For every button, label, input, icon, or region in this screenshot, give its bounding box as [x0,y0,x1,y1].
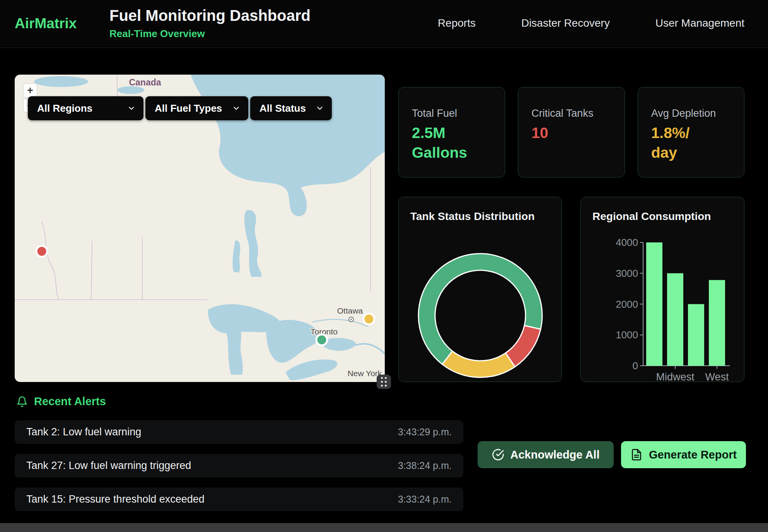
filter-dropdown-all-fuel-types[interactable]: All Fuel Types [145,96,248,120]
stat-cards-row: Total Fuel2.5MGallonsCritical Tanks10Avg… [398,87,744,177]
chevron-down-icon [232,104,241,113]
bottom-scrollbar[interactable] [0,523,768,532]
bar-midwest[interactable] [667,273,683,366]
y-axis-tick-label: 0 [633,360,638,372]
stat-card-value: 1.8%/day [651,123,731,162]
bell-icon [16,396,28,408]
alert-row[interactable]: Tank 27: Low fuel warning triggered3:38:… [15,454,463,477]
y-axis-tick-label: 1000 [616,329,638,341]
filter-dropdown-all-status[interactable]: All Status [250,96,332,120]
lake-erie [285,360,337,380]
map-label-country: Canada [129,77,161,87]
acknowledge-all-label: Acknowledge All [510,448,600,461]
tank-marker-normal[interactable] [316,334,327,345]
stat-card-label: Total Fuel [412,107,492,119]
map-canvas[interactable]: CanadaOttawaTorontoNew York + − All Regi… [15,75,385,382]
tank-status-title: Tank Status Distribution [410,210,535,223]
alert-timestamp: 3:38:24 p.m. [398,460,452,471]
resize-grip-handle[interactable] [377,375,391,389]
nav-item-user-management[interactable]: User Management [655,17,744,29]
brand-logo[interactable]: AirMatrix [15,15,77,32]
bar-region-3[interactable] [688,304,704,366]
filter-dropdown-all-regions[interactable]: All Regions [28,96,143,120]
tank-status-donut-chart [399,197,562,382]
northern-lake [117,86,144,94]
hudson-bay-water [191,75,385,217]
recent-alerts-title: Recent Alerts [34,395,106,408]
report-document-icon [630,448,643,461]
page-subtitle: Real-Time Overview [109,28,205,40]
filter-label: All Fuel Types [155,102,222,114]
acknowledge-all-button[interactable]: Acknowledge All [478,441,614,468]
y-axis-tick-label: 3000 [616,268,638,279]
alert-text: Tank 15: Pressure threshold exceeded [26,493,205,505]
chevron-down-icon [316,104,324,113]
lake-michigan [227,322,243,375]
x-axis-tick-label: Midwest [656,371,695,382]
filter-label: All Regions [37,102,92,114]
tank-marker-critical[interactable] [36,246,47,257]
map-panel: CanadaOttawaTorontoNew York + − All Regi… [15,75,385,382]
regional-consumption-panel: 01000200030004000MidwestWest Regional Co… [580,197,744,382]
y-axis-tick-label: 2000 [616,298,638,310]
map-zoom-in-button[interactable]: + [23,84,37,97]
stat-card-value: 2.5MGallons [412,123,492,162]
lake-winnipeg [244,210,261,277]
alert-timestamp: 3:43:29 p.m. [398,426,452,438]
bar-region-1[interactable] [646,242,662,366]
check-circle-icon [492,448,504,461]
alert-text: Tank 2: Low fuel warning [26,426,141,438]
lake-manitoba [232,240,240,273]
northern-lake [34,76,88,87]
x-axis-tick-label: West [705,371,729,382]
nav-item-disaster-recovery[interactable]: Disaster Recovery [521,17,610,29]
nav-item-reports[interactable]: Reports [438,17,476,29]
tank-status-panel: Tank Status Distribution [398,197,562,382]
app-header: AirMatrix Fuel Monitoring Dashboard Real… [0,0,768,48]
generate-report-button[interactable]: Generate Report [621,441,746,468]
st-lawrence-river [355,344,385,354]
y-axis-tick-label: 4000 [616,237,638,248]
alert-list: Tank 2: Low fuel warning3:43:29 p.m.Tank… [15,420,463,521]
regional-consumption-bar-chart: 01000200030004000MidwestWest [581,197,745,382]
alert-text: Tank 27: Low fuel warning triggered [26,460,191,472]
stat-card-total-fuel: Total Fuel2.5MGallons [398,87,505,177]
stat-card-critical-tanks: Critical Tanks10 [518,87,625,177]
regional-consumption-title: Regional Consumption [592,210,711,223]
donut-segment-warning[interactable] [442,351,515,377]
stat-card-label: Avg Depletion [651,107,731,119]
filter-label: All Status [259,102,306,114]
map-label-ottawa: Ottawa [337,306,363,315]
chevron-down-icon [127,104,136,113]
recent-alerts-header: Recent Alerts [16,395,106,408]
stat-card-value: 10 [531,123,611,143]
map-svg: CanadaOttawaTorontoNew York [15,75,385,382]
ottawa-river [312,319,369,327]
stat-card-label: Critical Tanks [531,107,611,119]
main-nav: ReportsDisaster RecoveryUser Management [438,17,744,29]
alert-row[interactable]: Tank 2: Low fuel warning3:43:29 p.m. [15,420,463,444]
alert-timestamp: 3:33:24 p.m. [398,494,452,505]
bar-west[interactable] [709,280,725,366]
alert-row[interactable]: Tank 15: Pressure threshold exceeded3:33… [15,488,463,511]
generate-report-label: Generate Report [649,448,737,461]
lake-huron [266,320,318,363]
stat-card-avg-depletion: Avg Depletion1.8%/day [638,87,744,177]
tank-marker-warning[interactable] [364,314,374,324]
page-title: Fuel Monitoring Dashboard [109,7,311,24]
